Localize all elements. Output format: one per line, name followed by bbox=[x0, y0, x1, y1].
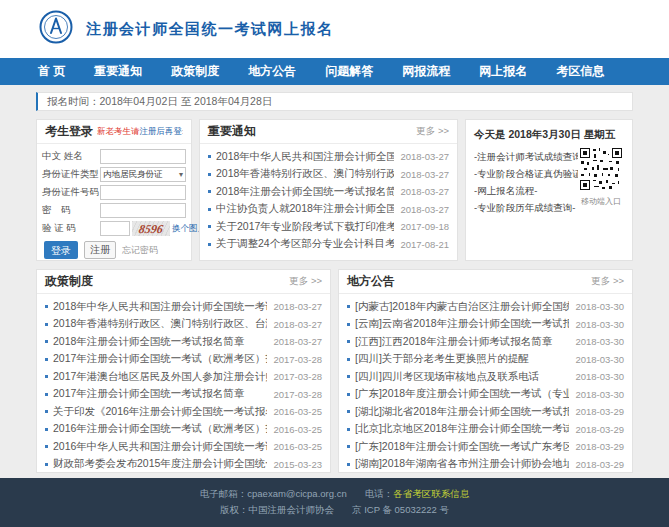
news-date: 2018-03-30 bbox=[575, 371, 624, 382]
nav-item[interactable]: 重要通知 bbox=[94, 63, 142, 80]
news-date: 2017-03-28 bbox=[273, 371, 322, 382]
news-link[interactable]: 关于调整24个考区部分专业会计科目考试时间的通告 bbox=[216, 237, 394, 251]
forgot-password-link[interactable]: 忘记密码 bbox=[122, 244, 158, 257]
notices-more-link[interactable]: 更多 >> bbox=[416, 125, 449, 138]
news-link[interactable]: [湖北]湖北省2018年注册会计师全国统一考试报名简章 bbox=[355, 405, 569, 419]
main-nav: 首 页 重要通知 政策制度 地方公告 问题解答 网报流程 网上报名 考区信息 bbox=[0, 58, 669, 85]
list-item: 2018年注册会计师全国统一考试报名简章 2018-03-27 bbox=[208, 183, 449, 201]
today-text: 今天是 2018年3月30日 bbox=[474, 128, 581, 140]
site-header: 注册会计师全国统一考试网上报名 bbox=[0, 0, 669, 58]
password-input[interactable] bbox=[100, 203, 186, 218]
news-link[interactable]: [四川]四川考区现场审核地点及联系电话 bbox=[355, 370, 569, 384]
news-link[interactable]: 关于2017年专业阶段考试下载打印准考证的提醒 bbox=[216, 220, 394, 234]
id-number-input[interactable] bbox=[100, 185, 186, 200]
news-link[interactable]: 2018年中华人民共和国注册会计师全国统一考试（欧洲考区... bbox=[216, 150, 394, 164]
nav-item[interactable]: 地方公告 bbox=[248, 63, 296, 80]
list-item: 2017年注册会计师全国统一考试（欧洲考区）报名简章 2017-03-28 bbox=[45, 351, 322, 369]
news-date: 2018-03-29 bbox=[575, 406, 624, 417]
id-number-row: 身份证件号码 bbox=[42, 185, 186, 200]
notices-title: 重要通知 bbox=[208, 123, 256, 140]
news-date: 2018-03-29 bbox=[575, 459, 624, 470]
captcha-image[interactable]: 8596 bbox=[132, 221, 170, 236]
footer-phone-link[interactable]: 各省考区联系信息 bbox=[393, 488, 469, 499]
id-type-select[interactable]: 内地居民身份证 ▾ bbox=[100, 167, 186, 182]
footer-contact-line: 电子邮箱：cpaexam@cicpa.org.cn电话：各省考区联系信息 bbox=[0, 486, 669, 502]
news-date: 2018-03-29 bbox=[575, 424, 624, 435]
news-date: 2016-03-25 bbox=[273, 441, 322, 452]
nav-item[interactable]: 政策制度 bbox=[171, 63, 219, 80]
news-link[interactable]: [内蒙古]2018年内蒙古自治区注册会计师全国统一考试报... bbox=[355, 300, 569, 314]
bullet-icon bbox=[347, 358, 350, 361]
bottom-row: 政策制度 更多 >> 2018年中华人民共和国注册会计师全国统一考试（欧洲考区.… bbox=[36, 269, 633, 473]
nav-item[interactable]: 网上报名 bbox=[479, 63, 527, 80]
bullet-icon bbox=[45, 323, 48, 326]
news-link[interactable]: [广东]2018年注册会计师全国统一考试广东考区报名简章 bbox=[355, 440, 569, 454]
captcha-input[interactable] bbox=[100, 221, 130, 236]
bullet-icon bbox=[347, 445, 350, 448]
policy-more-link[interactable]: 更多 >> bbox=[289, 275, 322, 288]
today-weekday: 星期五 bbox=[584, 128, 616, 140]
site-footer: 电子邮箱：cpaexam@cicpa.org.cn电话：各省考区联系信息 版权：… bbox=[0, 478, 669, 527]
local-more-link[interactable]: 更多 >> bbox=[591, 275, 624, 288]
nav-item[interactable]: 考区信息 bbox=[556, 63, 604, 80]
news-date: 2018-03-30 bbox=[575, 301, 624, 312]
quick-link[interactable]: -网上报名流程- bbox=[474, 182, 578, 199]
register-first-link[interactable]: 注册后再登录报名 bbox=[140, 126, 184, 136]
page-title: 注册会计师全国统一考试网上报名 bbox=[86, 20, 334, 39]
news-link[interactable]: 财政部考委会发布2015年度注册会计师全国统一考试（欧洲... bbox=[53, 457, 267, 471]
news-date: 2018-03-27 bbox=[273, 301, 322, 312]
footer-email-label: 电子邮箱： bbox=[200, 488, 248, 499]
news-link[interactable]: 2018年香港特别行政区、澳门特别行政区、台湾地区居民及... bbox=[53, 317, 267, 331]
register-button[interactable]: 注册 bbox=[84, 241, 116, 259]
news-link[interactable]: [广东]2018年度注册会计师全国统一考试（专业阶段）广... bbox=[355, 387, 569, 401]
list-item: 2016年注册会计师全国统一考试（欧洲考区）报名简章 2016-03-25 bbox=[45, 421, 322, 439]
news-link[interactable]: 2018年注册会计师全国统一考试报名简章 bbox=[216, 185, 394, 199]
news-link[interactable]: 2017年港澳台地区居民及外国人参加注册会计师全国统一考... bbox=[53, 370, 267, 384]
list-item: 2017年注册会计师全国统一考试报名简章 2017-03-28 bbox=[45, 386, 322, 404]
quick-link[interactable]: -专业阶段合格证真伪验证- bbox=[474, 165, 578, 182]
news-link[interactable]: [湖南]2018年湖南省各市州注册会计师协会地址、资格审核地... bbox=[355, 457, 569, 471]
news-link[interactable]: 2016年中华人民共和国注册会计师全国统一考试（欧洲考... bbox=[53, 440, 267, 454]
news-link[interactable]: 中注协负责人就2018年注册会计师全国统一考试报名相关事... bbox=[216, 202, 394, 216]
policy-panel: 政策制度 更多 >> 2018年中华人民共和国注册会计师全国统一考试（欧洲考区.… bbox=[36, 269, 331, 473]
news-link[interactable]: [北京]北京地区2018年注册会计师全国统一考试报名简章 bbox=[355, 422, 569, 436]
news-link[interactable]: 2018年香港特别行政区、澳门特别行政区、台湾地区居民及... bbox=[216, 167, 394, 181]
list-item: 2018年香港特别行政区、澳门特别行政区、台湾地区居民及... 2018-03-… bbox=[208, 166, 449, 184]
bullet-icon bbox=[208, 208, 211, 211]
footer-copyright-line: 版权：中国注册会计师协会京 ICP 备 05032222 号 bbox=[0, 502, 669, 518]
policy-panel-header: 政策制度 更多 >> bbox=[37, 270, 330, 294]
policy-list: 2018年中华人民共和国注册会计师全国统一考试（欧洲考区... 2018-03-… bbox=[37, 294, 330, 473]
bullet-icon bbox=[347, 323, 350, 326]
list-item: [内蒙古]2018年内蒙古自治区注册会计师全国统一考试报... 2018-03-… bbox=[347, 298, 624, 316]
bullet-icon bbox=[45, 375, 48, 378]
id-type-row: 身份证件类型 内地居民身份证 ▾ bbox=[42, 167, 186, 182]
id-number-label: 身份证件号码 bbox=[42, 186, 100, 199]
news-link[interactable]: 2017年注册会计师全国统一考试报名简章 bbox=[53, 387, 267, 401]
news-link[interactable]: [江西]江西2018年注册会计师考试报名简章 bbox=[355, 335, 569, 349]
news-link[interactable]: 2018年注册会计师全国统一考试报名简章 bbox=[53, 335, 267, 349]
nav-item[interactable]: 首 页 bbox=[38, 63, 65, 80]
login-button[interactable]: 登录 bbox=[44, 241, 78, 259]
quick-link[interactable]: -注册会计师考试成绩查询- bbox=[474, 148, 578, 165]
nav-item[interactable]: 网报流程 bbox=[402, 63, 450, 80]
news-link[interactable]: 2018年中华人民共和国注册会计师全国统一考试（欧洲考区... bbox=[53, 300, 267, 314]
nav-item[interactable]: 问题解答 bbox=[325, 63, 373, 80]
bullet-icon bbox=[347, 410, 350, 413]
news-link[interactable]: 关于印发《2016年注册会计师全国统一考试报名简章》的通... bbox=[53, 405, 267, 419]
list-item: 2018年香港特别行政区、澳门特别行政区、台湾地区居民及... 2018-03-… bbox=[45, 316, 322, 334]
captcha-text: 8596 bbox=[138, 222, 164, 236]
name-input[interactable] bbox=[100, 149, 186, 164]
news-link[interactable]: 2017年注册会计师全国统一考试（欧洲考区）报名简章 bbox=[53, 352, 267, 366]
news-link[interactable]: [四川]关于部分老考生更换照片的提醒 bbox=[355, 352, 569, 366]
news-date: 2018-03-29 bbox=[575, 441, 624, 452]
list-item: 财政部考委会发布2015年度注册会计师全国统一考试（欧洲... 2015-03-… bbox=[45, 456, 322, 474]
news-link[interactable]: 2016年注册会计师全国统一考试（欧洲考区）报名简章 bbox=[53, 422, 267, 436]
quick-link[interactable]: -专业阶段历年成绩查询- bbox=[474, 199, 578, 216]
news-link[interactable]: [云南]云南省2018年注册会计师全国统一考试报名简章发布 bbox=[355, 317, 569, 331]
footer-email: cpaexam@cicpa.org.cn bbox=[247, 488, 346, 499]
bullet-icon bbox=[208, 173, 211, 176]
info-panel: 今天是 2018年3月30日 星期五 -注册会计师考试成绩查询- -专业阶段合格… bbox=[465, 119, 633, 261]
login-title: 考生登录 bbox=[45, 123, 93, 140]
list-item: 2018年中华人民共和国注册会计师全国统一考试（欧洲考区... 2018-03-… bbox=[45, 298, 322, 316]
news-date: 2017-09-18 bbox=[400, 221, 449, 232]
